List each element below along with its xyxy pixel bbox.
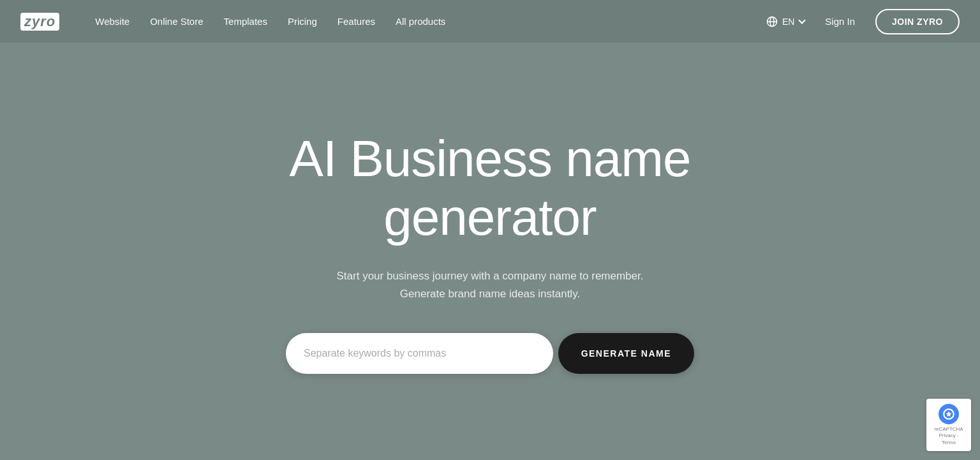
navbar: zyro Website Online Store Templates Pric…	[0, 0, 980, 43]
navbar-right: EN Sign In JOIN ZYRO	[766, 9, 960, 34]
hero-title: AI Business name generator	[290, 130, 691, 247]
sign-in-link[interactable]: Sign In	[817, 11, 863, 32]
hero-section: AI Business name generator Start your bu…	[0, 0, 980, 460]
chevron-down-icon	[799, 17, 806, 24]
nav-pricing[interactable]: Pricing	[278, 10, 327, 33]
globe-icon	[766, 15, 778, 28]
language-selector[interactable]: EN	[766, 15, 805, 28]
recaptcha-logo	[939, 404, 959, 424]
recaptcha-text: reCAPTCHA Privacy - Terms	[933, 426, 965, 446]
hero-subtitle: Start your business journey with a compa…	[337, 267, 644, 302]
recaptcha-badge: reCAPTCHA Privacy - Terms	[926, 399, 971, 451]
nav-features[interactable]: Features	[327, 10, 385, 33]
nav-website[interactable]: Website	[85, 10, 140, 33]
keywords-input[interactable]	[286, 333, 553, 374]
lang-label: EN	[782, 17, 794, 27]
nav-templates[interactable]: Templates	[214, 10, 278, 33]
logo[interactable]: zyro	[20, 13, 59, 31]
join-button[interactable]: JOIN ZYRO	[875, 9, 960, 34]
generate-button[interactable]: GENERATE NAME	[558, 333, 694, 374]
nav-online-store[interactable]: Online Store	[140, 10, 213, 33]
nav-links: Website Online Store Templates Pricing F…	[85, 10, 766, 33]
nav-all-products[interactable]: All products	[385, 10, 456, 33]
hero-input-row: GENERATE NAME	[286, 333, 694, 374]
